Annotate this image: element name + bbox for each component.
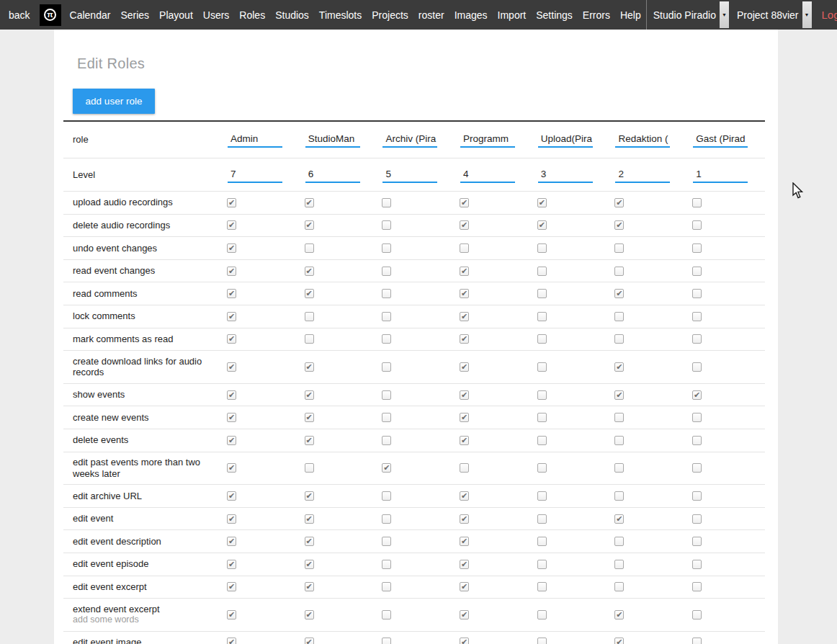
permission-checkbox[interactable]: [692, 491, 702, 501]
permission-checkbox[interactable]: ✔: [305, 362, 314, 372]
permission-checkbox[interactable]: ✔: [305, 560, 314, 569]
permission-checkbox[interactable]: ✔: [460, 610, 469, 620]
permission-checkbox[interactable]: [614, 267, 624, 276]
permission-checkbox[interactable]: ✔: [305, 390, 314, 400]
permission-checkbox[interactable]: [692, 198, 702, 207]
level-input-6[interactable]: [693, 167, 748, 183]
permission-checkbox[interactable]: ✔: [614, 610, 624, 620]
permission-checkbox[interactable]: ✔: [460, 413, 469, 422]
permission-checkbox[interactable]: ✔: [305, 413, 314, 422]
role-name-input-5[interactable]: [615, 132, 670, 148]
permission-checkbox[interactable]: ✔: [614, 514, 624, 524]
permission-checkbox[interactable]: ✔: [460, 312, 469, 321]
permission-checkbox[interactable]: [537, 610, 547, 620]
permission-checkbox[interactable]: ✔: [227, 390, 236, 400]
permission-checkbox[interactable]: ✔: [305, 582, 314, 591]
permission-checkbox[interactable]: ✔: [227, 514, 236, 524]
nav-item-projects[interactable]: Projects: [367, 9, 413, 21]
permission-checkbox[interactable]: [692, 436, 702, 445]
permission-checkbox[interactable]: [382, 638, 391, 644]
permission-checkbox[interactable]: [537, 334, 547, 344]
permission-checkbox[interactable]: ✔: [692, 390, 702, 400]
permission-checkbox[interactable]: [382, 198, 391, 207]
permission-checkbox[interactable]: [614, 312, 624, 321]
permission-checkbox[interactable]: [692, 413, 702, 422]
permission-checkbox[interactable]: ✔: [460, 582, 469, 591]
permission-checkbox[interactable]: ✔: [460, 638, 469, 644]
permission-checkbox[interactable]: [382, 560, 391, 569]
nav-item-calendar[interactable]: Calendar: [65, 9, 116, 21]
permission-checkbox[interactable]: [382, 610, 391, 620]
permission-checkbox[interactable]: ✔: [460, 436, 469, 445]
permission-checkbox[interactable]: ✔: [227, 436, 236, 445]
permission-checkbox[interactable]: [305, 312, 314, 321]
role-name-input-4[interactable]: [538, 132, 593, 148]
role-name-input-3[interactable]: [460, 132, 515, 148]
permission-checkbox[interactable]: ✔: [227, 491, 236, 501]
permission-checkbox[interactable]: [537, 267, 547, 276]
level-input-5[interactable]: [615, 167, 670, 183]
permission-checkbox[interactable]: ✔: [305, 198, 314, 207]
permission-checkbox[interactable]: [382, 491, 391, 501]
permission-checkbox[interactable]: ✔: [460, 514, 469, 524]
permission-checkbox[interactable]: ✔: [305, 220, 314, 230]
permission-checkbox[interactable]: ✔: [227, 267, 236, 276]
permission-checkbox[interactable]: ✔: [305, 267, 314, 276]
permission-checkbox[interactable]: ✔: [305, 638, 314, 644]
role-name-input-2[interactable]: [382, 132, 437, 148]
permission-checkbox[interactable]: [537, 243, 547, 253]
permission-checkbox[interactable]: [382, 220, 391, 230]
permission-checkbox[interactable]: ✔: [614, 390, 624, 400]
permission-checkbox[interactable]: ✔: [460, 560, 469, 569]
permission-checkbox[interactable]: [537, 312, 547, 321]
nav-item-roles[interactable]: Roles: [234, 9, 270, 21]
permission-checkbox[interactable]: [382, 334, 391, 344]
permission-checkbox[interactable]: ✔: [460, 537, 469, 546]
permission-checkbox[interactable]: [692, 243, 702, 253]
permission-checkbox[interactable]: ✔: [227, 312, 236, 321]
permission-checkbox[interactable]: ✔: [460, 198, 469, 207]
permission-checkbox[interactable]: ✔: [382, 463, 391, 473]
permission-checkbox[interactable]: ✔: [460, 334, 469, 344]
nav-item-users[interactable]: Users: [198, 9, 235, 21]
nav-item-studios[interactable]: Studios: [270, 9, 314, 21]
permission-checkbox[interactable]: ✔: [537, 198, 547, 207]
permission-checkbox[interactable]: [382, 514, 391, 524]
permission-checkbox[interactable]: ✔: [227, 413, 236, 422]
permission-checkbox[interactable]: [692, 560, 702, 569]
permission-checkbox[interactable]: [382, 362, 391, 372]
permission-checkbox[interactable]: ✔: [227, 198, 236, 207]
permission-checkbox[interactable]: [692, 582, 702, 591]
permission-checkbox[interactable]: ✔: [614, 289, 624, 298]
permission-checkbox[interactable]: [305, 243, 314, 253]
permission-checkbox[interactable]: [537, 362, 547, 372]
permission-checkbox[interactable]: ✔: [227, 289, 236, 298]
permission-checkbox[interactable]: ✔: [537, 220, 547, 230]
permission-checkbox[interactable]: ✔: [460, 491, 469, 501]
permission-checkbox[interactable]: [692, 638, 702, 644]
permission-checkbox[interactable]: ✔: [227, 243, 236, 253]
piradio-logo-icon[interactable]: π: [40, 4, 61, 26]
permission-checkbox[interactable]: ✔: [227, 334, 236, 344]
permission-checkbox[interactable]: ✔: [227, 537, 236, 546]
nav-item-help[interactable]: Help: [615, 9, 646, 21]
permission-checkbox[interactable]: [537, 560, 547, 569]
permission-checkbox[interactable]: [692, 312, 702, 321]
level-input-2[interactable]: [382, 167, 437, 183]
permission-checkbox[interactable]: [382, 312, 391, 321]
permission-checkbox[interactable]: ✔: [305, 537, 314, 546]
permission-checkbox[interactable]: [537, 491, 547, 501]
permission-checkbox[interactable]: ✔: [614, 362, 624, 372]
permission-checkbox[interactable]: [305, 334, 314, 344]
nav-item-series[interactable]: Series: [115, 9, 154, 21]
permission-checkbox[interactable]: [692, 514, 702, 524]
chevron-down-icon[interactable]: ▼: [720, 1, 729, 28]
nav-back-link[interactable]: back: [7, 9, 36, 21]
studio-select[interactable]: Studio Piradio ▼: [647, 0, 730, 30]
permission-checkbox[interactable]: [537, 390, 547, 400]
permission-checkbox[interactable]: [460, 463, 469, 473]
nav-item-errors[interactable]: Errors: [578, 9, 615, 21]
level-input-4[interactable]: [538, 167, 593, 183]
permission-checkbox[interactable]: ✔: [614, 198, 624, 207]
permission-checkbox[interactable]: [460, 243, 469, 253]
